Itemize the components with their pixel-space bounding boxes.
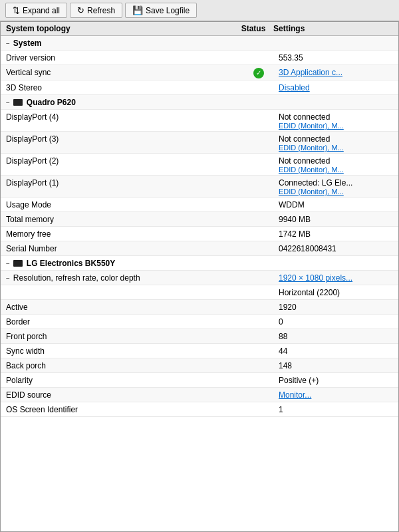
toolbar: ⇅ Expand all ↻ Refresh 💾 Save Logfile <box>0 0 399 21</box>
active-label: Active <box>6 303 28 312</box>
row-displayport1: DisplayPort (1) Connected: LG Ele... EDI… <box>1 176 398 198</box>
tree-content[interactable]: System topology Status Settings − System… <box>0 21 399 532</box>
expand-icon-system[interactable]: − <box>6 40 10 47</box>
row-displayport3: DisplayPort (3) Not connected EDID (Moni… <box>1 132 398 154</box>
displayport3-value: Not connected <box>279 134 396 144</box>
header-status: Status <box>233 24 273 33</box>
row-polarity: Polarity Positive (+) <box>1 373 398 388</box>
row-displayport4: DisplayPort (4) Not connected EDID (Moni… <box>1 110 398 132</box>
row-sync-width: Sync width 44 <box>1 344 398 358</box>
driver-version-label: Driver version <box>6 53 55 63</box>
main-window: ⇅ Expand all ↻ Refresh 💾 Save Logfile Sy… <box>0 0 399 532</box>
row-edid-source: EDID source Monitor... <box>1 388 398 402</box>
row-quadro: − Quadro P620 <box>1 95 398 110</box>
vertical-sync-label: Vertical sync <box>6 68 51 77</box>
displayport3-label: DisplayPort (3) <box>6 134 59 144</box>
row-resolution: − Resolution, refresh rate, color depth … <box>1 271 398 285</box>
front-porch-label: Front porch <box>6 332 47 341</box>
memory-free-label: Memory free <box>6 229 51 239</box>
vertical-sync-check-icon: ✓ <box>253 68 264 78</box>
edid-source-label: EDID source <box>6 390 51 400</box>
edid-source-value[interactable]: Monitor... <box>279 390 311 400</box>
displayport1-label: DisplayPort (1) <box>6 178 59 188</box>
row-vertical-sync: Vertical sync ✓ 3D Application c... <box>1 65 398 80</box>
displayport3-sub[interactable]: EDID (Monitor), M... <box>279 144 396 152</box>
row-back-porch: Back porch 148 <box>1 358 398 373</box>
row-border: Border 0 <box>1 315 398 329</box>
row-3d-stereo: 3D Stereo Disabled <box>1 80 398 95</box>
sync-width-value: 44 <box>279 345 398 356</box>
table-header: System topology Status Settings <box>1 22 398 36</box>
row-system: − System <box>1 36 398 51</box>
expand-all-icon: ⇅ <box>13 5 20 15</box>
3d-stereo-label: 3D Stereo <box>6 83 42 92</box>
displayport2-sub[interactable]: EDID (Monitor), M... <box>279 166 396 174</box>
3d-stereo-value[interactable]: Disabled <box>279 83 310 92</box>
horizontal-value: Horizontal (2200) <box>279 287 398 297</box>
system-label: System <box>13 39 42 48</box>
front-porch-value: 88 <box>279 331 398 341</box>
back-porch-label: Back porch <box>6 361 46 370</box>
lg-electronics-label: LG Electronics BK550Y <box>27 259 115 268</box>
displayport2-value: Not connected <box>279 156 396 166</box>
displayport1-settings: Connected: LG Ele... EDID (Monitor), M..… <box>279 178 396 196</box>
vertical-sync-value[interactable]: 3D Application c... <box>279 68 342 77</box>
border-label: Border <box>6 317 30 327</box>
row-serial-number: Serial Number 0422618008431 <box>1 241 398 256</box>
total-memory-label: Total memory <box>6 215 54 224</box>
row-horizontal: Horizontal (2200) <box>1 285 398 300</box>
expand-all-button[interactable]: ⇅ Expand all <box>5 3 67 18</box>
expand-all-label: Expand all <box>23 6 60 15</box>
polarity-value: Positive (+) <box>279 374 398 385</box>
resolution-value[interactable]: 1920 × 1080 pixels... <box>279 273 352 283</box>
expand-icon-resolution[interactable]: − <box>6 275 10 282</box>
usage-mode-value: WDDM <box>279 199 398 209</box>
expand-icon-lg[interactable]: − <box>6 260 10 267</box>
refresh-label: Refresh <box>87 6 115 15</box>
displayport4-label: DisplayPort (4) <box>6 112 59 122</box>
serial-number-value: 0422618008431 <box>279 243 398 253</box>
polarity-label: Polarity <box>6 376 33 385</box>
serial-number-label: Serial Number <box>6 244 57 253</box>
displayport1-sub[interactable]: EDID (Monitor), M... <box>279 188 396 196</box>
driver-version-value: 553.35 <box>279 52 398 63</box>
refresh-button[interactable]: ↻ Refresh <box>70 3 122 18</box>
save-icon: 💾 <box>132 5 143 15</box>
save-logfile-button[interactable]: 💾 Save Logfile <box>125 3 197 18</box>
header-settings: Settings <box>273 24 393 33</box>
row-front-porch: Front porch 88 <box>1 329 398 344</box>
displayport4-settings: Not connected EDID (Monitor), M... <box>279 112 396 130</box>
os-screen-label: OS Screen Identifier <box>6 405 78 414</box>
memory-free-value: 1742 MB <box>279 228 398 239</box>
displayport4-value: Not connected <box>279 112 396 122</box>
row-usage-mode: Usage Mode WDDM <box>1 198 398 212</box>
row-driver-version: Driver version 553.35 <box>1 51 398 65</box>
save-logfile-label: Save Logfile <box>146 6 190 15</box>
row-lg-electronics: − LG Electronics BK550Y <box>1 256 398 271</box>
displayport1-value: Connected: LG Ele... <box>279 178 396 188</box>
monitor-icon-lg <box>13 260 23 267</box>
row-memory-free: Memory free 1742 MB <box>1 227 398 241</box>
expand-icon-quadro[interactable]: − <box>6 99 10 106</box>
displayport2-label: DisplayPort (2) <box>6 156 59 166</box>
back-porch-value: 148 <box>279 360 398 370</box>
header-name: System topology <box>6 24 233 33</box>
refresh-icon: ↻ <box>77 5 84 15</box>
resolution-label: Resolution, refresh rate, color depth <box>13 273 140 283</box>
gpu-icon-quadro <box>13 99 23 106</box>
displayport4-sub[interactable]: EDID (Monitor), M... <box>279 122 396 130</box>
row-total-memory: Total memory 9940 MB <box>1 212 398 227</box>
border-value: 0 <box>279 316 398 327</box>
total-memory-value: 9940 MB <box>279 213 398 224</box>
row-displayport2: DisplayPort (2) Not connected EDID (Moni… <box>1 154 398 176</box>
active-value: 1920 <box>279 301 398 312</box>
os-screen-value: 1 <box>279 404 398 414</box>
displayport3-settings: Not connected EDID (Monitor), M... <box>279 134 396 152</box>
usage-mode-label: Usage Mode <box>6 200 51 209</box>
displayport2-settings: Not connected EDID (Monitor), M... <box>279 156 396 174</box>
quadro-label: Quadro P620 <box>27 98 76 107</box>
sync-width-label: Sync width <box>6 346 45 356</box>
row-os-screen: OS Screen Identifier 1 <box>1 402 398 417</box>
row-active: Active 1920 <box>1 300 398 315</box>
